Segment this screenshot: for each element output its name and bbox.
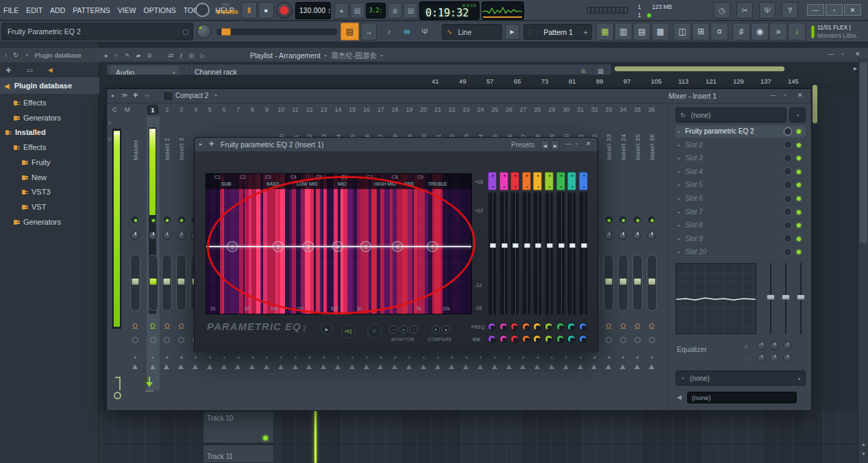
route-arrow-icon[interactable]: [520, 364, 525, 369]
move-icon[interactable]: ✚: [5, 66, 11, 74]
route-arrow-icon[interactable]: [178, 364, 184, 369]
mute-ring-icon[interactable]: [164, 337, 170, 343]
mixer-strip-insert-33[interactable]: Insert 33Ω: [602, 116, 615, 390]
mixer-strip-insert-3[interactable]: Insert 3Ω: [175, 116, 188, 390]
route-dot[interactable]: [337, 356, 340, 359]
track-name[interactable]: Track 11: [207, 453, 233, 460]
slot-enable-led[interactable]: [797, 143, 801, 147]
route-arrow-icon[interactable]: [150, 364, 156, 369]
help-button[interactable]: ?: [782, 2, 798, 18]
effect-slot-9[interactable]: ▸Slot 9: [675, 233, 806, 245]
route-arrow-icon[interactable]: [207, 364, 212, 369]
volume-fader[interactable]: [162, 255, 172, 311]
menu-item-view[interactable]: VIEW: [118, 6, 136, 14]
route-dot[interactable]: [465, 356, 468, 359]
tempo-display[interactable]: 130.000 ▲▼: [295, 2, 331, 19]
route-dot[interactable]: [134, 356, 137, 359]
mixer-column-2[interactable]: 2: [160, 105, 174, 114]
pan-knob[interactable]: [606, 216, 612, 223]
timeline-number[interactable]: 113: [678, 77, 689, 85]
slot-toggle[interactable]: [784, 248, 792, 256]
grid-icon[interactable]: ▦: [597, 67, 604, 75]
route-arrow-icon[interactable]: [620, 364, 625, 369]
timeline-number[interactable]: 41: [432, 77, 439, 85]
pan-knob[interactable]: [178, 216, 185, 223]
slot-toggle[interactable]: [784, 127, 792, 136]
effect-slot-2[interactable]: ▸Slot 2: [675, 139, 806, 151]
mixer-strip-insert-35[interactable]: Insert 35Ω: [631, 116, 644, 390]
route-dot[interactable]: [366, 356, 369, 359]
playlist-minimize-button[interactable]: —: [828, 51, 834, 58]
zoom-tool[interactable]: ◎: [188, 52, 194, 59]
mixer-column-32[interactable]: 32: [588, 105, 602, 114]
mute-ring-icon[interactable]: [606, 337, 612, 343]
route-dot[interactable]: [280, 356, 283, 359]
band-freq-knob-4[interactable]: [522, 323, 530, 331]
fader-handle[interactable]: [163, 278, 171, 285]
slot-toggle[interactable]: [784, 181, 792, 189]
route-arrow-icon[interactable]: [264, 364, 269, 369]
next-arrow-button[interactable]: →: [361, 23, 377, 40]
route-dot[interactable]: [380, 356, 382, 359]
band-bw-knob-8[interactable]: [567, 335, 575, 343]
scroll-right-button[interactable]: ▸: [854, 64, 857, 72]
fader-handle[interactable]: [149, 278, 157, 285]
playlist-hscroll-thumb[interactable]: [615, 66, 784, 71]
route-arrow-icon[interactable]: [164, 364, 169, 369]
effect-slot-1[interactable]: ▸Fruity parametric EQ 2: [675, 125, 806, 138]
track-header[interactable]: .... Track 11: [203, 445, 274, 463]
eq-knob[interactable]: [770, 341, 779, 350]
route-dot[interactable]: [608, 356, 610, 359]
slot-toggle[interactable]: [784, 234, 792, 242]
right-scroll-thumb[interactable]: [860, 62, 867, 243]
timeline-number[interactable]: 73: [541, 77, 549, 85]
route-dot[interactable]: [266, 356, 269, 359]
solo-headphone-icon[interactable]: Ω: [175, 322, 188, 330]
project-picker-button[interactable]: ⊞: [692, 23, 710, 40]
band-freq-knob-1[interactable]: [488, 323, 496, 331]
timeline-number[interactable]: 145: [788, 77, 799, 85]
eq-knob[interactable]: [757, 353, 766, 362]
scroll-up-button[interactable]: ▲: [861, 442, 866, 447]
mic-monitor-button[interactable]: Ψ: [417, 23, 432, 40]
mixer-column-27[interactable]: 27: [517, 105, 530, 114]
browser-item-new[interactable]: New: [0, 171, 99, 185]
redo-icon[interactable]: ↻: [13, 51, 18, 59]
playback-tool[interactable]: ▷: [200, 52, 205, 59]
stereo-knob[interactable]: [163, 232, 171, 240]
pan-knob[interactable]: [634, 216, 641, 223]
timeline-number[interactable]: 57: [486, 77, 494, 85]
browser-item-vst[interactable]: VST: [0, 200, 99, 214]
app-maximize-button[interactable]: ▫: [826, 4, 843, 16]
main-volume-knob[interactable]: [197, 24, 211, 38]
route-arrow-icon[interactable]: [306, 364, 312, 369]
track-name[interactable]: Track 10: [207, 414, 234, 422]
volume-fader[interactable]: [130, 255, 140, 311]
route-dot[interactable]: [195, 356, 197, 359]
band-freq-knob-7[interactable]: [556, 323, 565, 331]
mute-ring-icon[interactable]: [649, 337, 655, 343]
solo-headphone-icon[interactable]: Ω: [602, 322, 615, 330]
mixer-column-18[interactable]: 18: [388, 105, 402, 114]
mixer-column-9[interactable]: 9: [260, 105, 273, 114]
slot-enable-led[interactable]: [797, 156, 801, 160]
route-arrow-icon[interactable]: [563, 364, 569, 369]
route-dot[interactable]: [636, 356, 639, 359]
route-arrow-icon[interactable]: [591, 364, 597, 369]
tuner-button[interactable]: ♯: [732, 23, 750, 40]
slot-toggle[interactable]: [784, 208, 792, 216]
route-dot[interactable]: [565, 356, 568, 359]
volume-fader[interactable]: [618, 255, 628, 311]
slip-tool[interactable]: ⇄: [168, 52, 173, 59]
timeline-number[interactable]: 65: [514, 77, 521, 85]
mute-ring-icon[interactable]: [620, 337, 626, 343]
plugin-speaker-icon[interactable]: ◀: [48, 66, 53, 73]
solo-headphone-icon[interactable]: Ω: [129, 322, 142, 330]
pan-knob[interactable]: [648, 216, 655, 223]
mixer-column-6[interactable]: 6: [217, 105, 231, 114]
scroll-down-button[interactable]: ▼: [861, 451, 866, 456]
right-scroll-track[interactable]: ▲ ▼: [858, 58, 868, 463]
mixer-column-25[interactable]: 25: [488, 105, 501, 114]
route-arrow-icon[interactable]: [221, 364, 227, 369]
mixer-column-23[interactable]: 23: [460, 105, 473, 114]
